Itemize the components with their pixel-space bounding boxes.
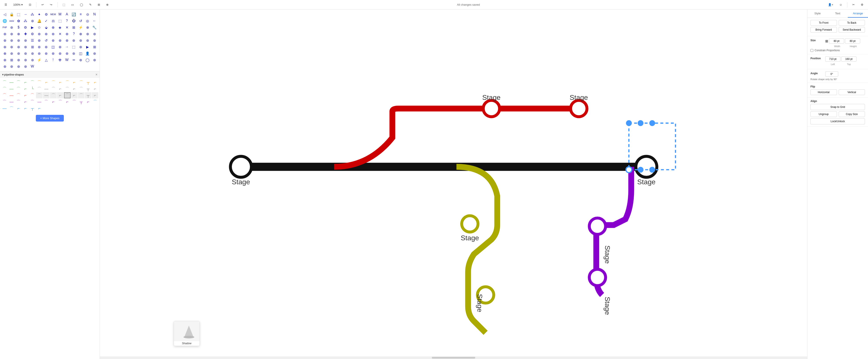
shape-sq1[interactable]: ⬚ — [57, 18, 63, 24]
shape-r7[interactable]: ? — [71, 31, 77, 37]
p-item-15[interactable]: ⌒ — [1, 86, 8, 92]
shape-lines[interactable]: ≡ — [78, 11, 84, 18]
p-item-32[interactable]: ⌐ — [22, 92, 29, 98]
p-item-44[interactable]: — — [8, 99, 15, 105]
shape-refresh[interactable]: ↺ — [78, 18, 84, 24]
shape-play[interactable]: ▶ — [29, 24, 35, 30]
shape-s13[interactable]: ⊛ — [16, 44, 22, 50]
shape-dots[interactable]: ⁂ — [22, 18, 28, 24]
shape-t2[interactable]: ⊛ — [36, 44, 42, 50]
shape-u3[interactable]: ⊛ — [43, 51, 49, 57]
shape-u11[interactable]: ⊛ — [2, 57, 8, 63]
shape-lock[interactable]: 🔒 — [9, 11, 15, 18]
p-item-45[interactable]: ⌒ — [15, 99, 22, 105]
shape-s10[interactable]: ⊛ — [91, 37, 97, 43]
stage-circle-1[interactable] — [230, 156, 251, 177]
p-item-37[interactable]: ⌐ — [57, 92, 64, 98]
shape-r6[interactable]: ⊛ — [64, 31, 70, 37]
shape-t10[interactable]: ⊞ — [91, 44, 97, 50]
shape-u7[interactable]: ⊛ — [71, 51, 77, 57]
shape-s8[interactable]: ⊛ — [78, 37, 84, 43]
p-item-16[interactable]: — — [8, 86, 15, 92]
p-item-27[interactable]: ┬ — [85, 86, 91, 92]
shape-star[interactable]: ✦ — [36, 11, 42, 18]
p-item-13[interactable]: ┬ — [85, 79, 91, 85]
shape-s6[interactable]: ⊛ — [64, 37, 70, 43]
shape-v8[interactable]: ⊛ — [78, 57, 84, 63]
shape-t1[interactable]: ⊞ — [29, 44, 35, 50]
shape-t11[interactable]: ⊗ — [2, 51, 8, 57]
shape-check[interactable]: ✓ — [43, 18, 49, 24]
shape-u5[interactable]: ⊛ — [57, 51, 63, 57]
sel-handle-bl[interactable] — [626, 167, 632, 173]
p-item-14[interactable]: ⌐ — [92, 79, 98, 85]
shape-u10[interactable]: ⊛ — [91, 51, 97, 57]
shape-a[interactable]: A — [64, 11, 70, 18]
p-item-5[interactable]: ⌒ — [29, 79, 36, 85]
sidebar-toggle-button[interactable]: ☰ — [3, 2, 9, 7]
more-shapes-button[interactable]: + More Shapes — [36, 115, 64, 122]
shape-u6[interactable]: ⊛ — [64, 51, 70, 57]
p-item-4[interactable]: ⌐ — [22, 79, 29, 85]
add-button[interactable]: ⊕ — [104, 2, 111, 7]
p-item-35[interactable]: — — [43, 92, 50, 98]
p-item-17[interactable]: ⌒ — [15, 86, 22, 92]
shape-arrow-left[interactable]: ◁ — [2, 11, 8, 18]
emoji-button[interactable]: ☺ — [837, 2, 844, 7]
p-item-50[interactable]: ⌐ — [50, 99, 57, 105]
sel-handle-top[interactable] — [638, 120, 644, 126]
p-item-29[interactable]: ⌒ — [1, 92, 8, 98]
p-item-53[interactable]: ⌒ — [71, 99, 78, 105]
shape-s2[interactable]: ⊛ — [36, 37, 42, 43]
stage-circle-purple2[interactable] — [589, 269, 606, 286]
tab-arrange[interactable]: Arrange — [848, 9, 868, 18]
p-item-58[interactable]: ⌒ — [8, 105, 15, 111]
shape-s5[interactable]: ⊛ — [57, 37, 63, 43]
shape-r5[interactable]: ✕ — [57, 31, 63, 37]
p-item-3[interactable]: ⌒ — [15, 79, 22, 85]
tab-text[interactable]: Text — [828, 9, 848, 18]
shape-star2[interactable]: ✩ — [36, 24, 42, 30]
p-item-47[interactable]: ⌒ — [29, 99, 36, 105]
shape-v2[interactable]: ⚡ — [36, 57, 42, 63]
shape-s9[interactable]: ⊛ — [85, 37, 91, 43]
p-item-55[interactable]: ⌐ — [85, 99, 91, 105]
p-item-23[interactable]: ⌐ — [57, 86, 64, 92]
sel-handle-tr[interactable] — [649, 120, 655, 126]
settings-button[interactable]: ⚙ — [859, 2, 865, 7]
shape-r9[interactable]: ⊛ — [85, 31, 91, 37]
shape-rotate[interactable]: 🔄 — [71, 11, 77, 18]
send-backward-button[interactable]: Send Backward — [839, 27, 865, 33]
angle-input[interactable] — [825, 71, 838, 77]
bring-forward-button[interactable]: Bring Forward — [810, 27, 837, 33]
shape-s1[interactable]: ☰ — [29, 37, 35, 43]
p-item-41[interactable]: ┬ — [85, 92, 91, 98]
shape-cog[interactable]: ⚙ — [22, 24, 28, 30]
shape-v12[interactable]: ⊛ — [9, 63, 15, 69]
shape-v10[interactable]: ⊛ — [91, 57, 97, 63]
stage-circle-purple1[interactable] — [589, 218, 606, 234]
shape-diamond[interactable]: ⬙ — [43, 24, 49, 30]
shape-power[interactable]: ⏻ — [71, 18, 77, 24]
shape-v9[interactable]: ◯ — [85, 57, 91, 63]
p-item-46[interactable]: ⌐ — [22, 99, 29, 105]
shape-scale[interactable]: ⚖ — [50, 18, 56, 24]
shape-s7[interactable]: ⊛ — [71, 37, 77, 43]
p-item-52[interactable]: ⌐ — [64, 99, 70, 105]
shape-r8[interactable]: ⊕ — [78, 31, 84, 37]
width-input[interactable] — [829, 38, 844, 44]
shape-t14[interactable]: ⊛ — [22, 51, 28, 57]
flip-vertical-button[interactable]: Vertical — [839, 90, 865, 95]
stage-circle-red1[interactable] — [483, 100, 500, 117]
shape-r14[interactable]: ⊛ — [22, 37, 28, 43]
shape-x[interactable]: ✕ — [64, 24, 70, 30]
redo-button[interactable]: ↪ — [48, 2, 54, 7]
p-item-36[interactable]: ⌒ — [50, 92, 57, 98]
stage-circle-yellow1[interactable] — [462, 216, 478, 232]
p-item-62[interactable]: ⌐ — [36, 105, 42, 111]
p-item-9[interactable]: ⌐ — [57, 79, 64, 85]
p-item-51[interactable]: ⌒ — [57, 99, 64, 105]
shape-bell[interactable]: 🔔 — [36, 18, 42, 24]
p-item-61[interactable]: ┬ — [29, 105, 36, 111]
flip-horizontal-button[interactable]: Horizontal — [810, 90, 837, 95]
